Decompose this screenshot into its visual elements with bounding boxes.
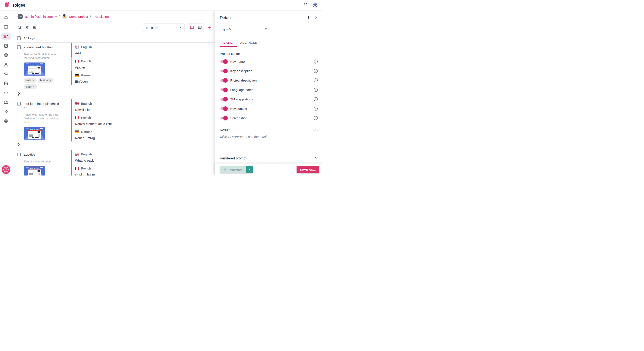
plus-icon — [207, 25, 212, 30]
info-icon[interactable]: i — [314, 78, 318, 82]
sidebar-item-members[interactable] — [1, 60, 11, 69]
chevron-down-icon[interactable] — [55, 16, 57, 17]
translation-cell-en[interactable]: EnglishWhat to pack — [71, 150, 215, 164]
person-icon — [1, 61, 11, 69]
translation-cell-fr[interactable]: FrenchQuoi emballer — [71, 164, 215, 176]
add-key-button[interactable] — [207, 25, 212, 30]
sidebar-item-export[interactable] — [1, 79, 11, 88]
tag[interactable]: web✕ — [24, 78, 36, 83]
breadcrumb-user[interactable]: admin@admin.com — [25, 15, 52, 19]
toggle-switch-on[interactable] — [220, 79, 227, 82]
info-icon[interactable]: i — [314, 97, 318, 101]
key-name[interactable]: app-title — [24, 153, 35, 157]
logo[interactable]: Tolgee — [4, 2, 25, 9]
language-name: German — [81, 130, 92, 134]
sidebar-item-import[interactable] — [1, 69, 11, 79]
info-icon[interactable]: i — [314, 107, 318, 111]
sidebar-item-tasks[interactable] — [1, 41, 11, 51]
toggle-switch-on[interactable] — [220, 117, 227, 119]
drawer-menu-button[interactable] — [306, 16, 310, 20]
tolgee-app: Tolgee — [0, 0, 322, 176]
info-icon[interactable]: i — [314, 60, 318, 64]
key-screenshot-thumbnail[interactable]: What To Pack — [24, 127, 45, 140]
table-view-button[interactable] — [196, 24, 204, 32]
sort-button[interactable] — [32, 25, 37, 30]
prompt-context-list: Key nameiKey descriptioniProject descrip… — [220, 57, 318, 123]
translation-cell-fr[interactable]: FrenchAjouter — [71, 57, 215, 71]
show-code-icon[interactable]: </> — [313, 129, 318, 132]
table-header: 10 keys — [17, 34, 215, 42]
breadcrumb-current-page: Translations — [93, 15, 110, 19]
select-all-checkbox[interactable] — [17, 36, 21, 40]
tab-advanced[interactable]: ADVANCED — [237, 39, 261, 47]
org-avatar[interactable]: AD — [18, 14, 23, 19]
app-title: Tolgee — [12, 3, 25, 8]
tag[interactable]: button✕ — [38, 78, 54, 83]
key-screenshot-thumbnail[interactable]: What To Pack — [24, 63, 45, 76]
table-row: app-titleTitle of the applicationWhat To… — [17, 150, 215, 176]
sidebar: 文A — [0, 11, 12, 176]
translation-cell-fr[interactable]: FrenchNouvel élément de la liste — [71, 113, 215, 127]
globe-icon — [1, 51, 11, 59]
sidebar-item-settings[interactable] — [1, 116, 11, 126]
prompt-context-row: Screenshoti — [220, 113, 318, 123]
remove-tag-icon[interactable]: ✕ — [33, 85, 35, 88]
language-name: English — [81, 102, 92, 105]
translation-cell-en[interactable]: EnglishNew list item — [71, 99, 215, 113]
key-name[interactable]: add-item-add-button — [24, 45, 52, 50]
side-by-side-view-button[interactable] — [188, 24, 196, 32]
toggle-switch-on[interactable] — [220, 60, 227, 63]
help-button[interactable]: ? — [2, 165, 10, 174]
tab-basic[interactable]: BASIC — [220, 39, 237, 47]
tag[interactable]: draft✕ — [24, 84, 37, 89]
notifications-button[interactable] — [303, 2, 308, 8]
info-icon[interactable]: i — [314, 88, 318, 92]
save-as-button[interactable]: SAVE AS... — [296, 166, 319, 173]
translation-cell-en[interactable]: EnglishAdd — [71, 43, 215, 57]
key-cell: add-item-add-buttonText for the 'Add' bu… — [17, 43, 71, 99]
search-button[interactable] — [17, 25, 22, 30]
flag-icon-en — [75, 153, 79, 156]
preview-split-button: PREVIEW — [220, 166, 253, 173]
translation-cell-de[interactable]: GermanEinfügen — [71, 71, 215, 85]
sidebar-item-integrate[interactable] — [1, 98, 11, 107]
sidebar-item-ai[interactable] — [1, 107, 11, 116]
remove-tag-icon[interactable]: ✕ — [49, 79, 51, 82]
breadcrumb-project[interactable]: Demo project — [69, 15, 88, 19]
info-icon[interactable]: i — [314, 116, 318, 120]
key-screenshot-thumbnail[interactable]: What To Pack — [24, 166, 45, 176]
key-name[interactable]: add-item-input-placeholder — [24, 102, 60, 110]
machine-translate-icon[interactable] — [17, 92, 20, 97]
row-checkbox[interactable] — [17, 153, 21, 156]
languages-select[interactable]: en, fr, de — [143, 24, 185, 32]
topbar: Tolgee — [0, 0, 322, 11]
preview-options-button[interactable] — [246, 166, 253, 173]
question-mark-icon: ? — [4, 167, 8, 172]
row-checkbox[interactable] — [17, 102, 21, 106]
machine-translate-icon[interactable] — [17, 143, 20, 147]
toggle-switch-on[interactable] — [220, 88, 227, 91]
flag-icon-fr — [75, 60, 79, 63]
sidebar-item-developer[interactable] — [1, 88, 11, 98]
expand-chevron-icon[interactable] — [314, 156, 318, 161]
remove-tag-icon[interactable]: ✕ — [32, 79, 34, 82]
tag-label: web — [26, 79, 31, 82]
toggle-switch-on[interactable] — [220, 107, 227, 110]
bell-icon — [303, 2, 308, 8]
user-avatar[interactable] — [312, 2, 318, 8]
info-icon[interactable]: i — [314, 69, 318, 73]
sidebar-item-projects[interactable] — [1, 22, 11, 32]
prompt-context-row: TM suggestionsi — [220, 94, 318, 104]
model-select[interactable]: gpt-4o — [220, 25, 270, 33]
row-checkbox[interactable] — [17, 45, 21, 49]
toggle-switch-on[interactable] — [220, 70, 227, 72]
translation-cell-de[interactable]: GermanNeuer Eintrag — [71, 127, 215, 141]
sidebar-item-translations[interactable]: 文A — [1, 32, 11, 41]
sidebar-item-languages[interactable] — [1, 51, 11, 60]
filter-button[interactable] — [25, 25, 30, 30]
sidebar-item-home[interactable] — [1, 13, 11, 22]
toggle-switch-on[interactable] — [220, 98, 227, 101]
drawer-close-button[interactable] — [314, 16, 318, 20]
preview-button[interactable]: PREVIEW — [220, 166, 246, 173]
sort-icon — [32, 25, 37, 30]
